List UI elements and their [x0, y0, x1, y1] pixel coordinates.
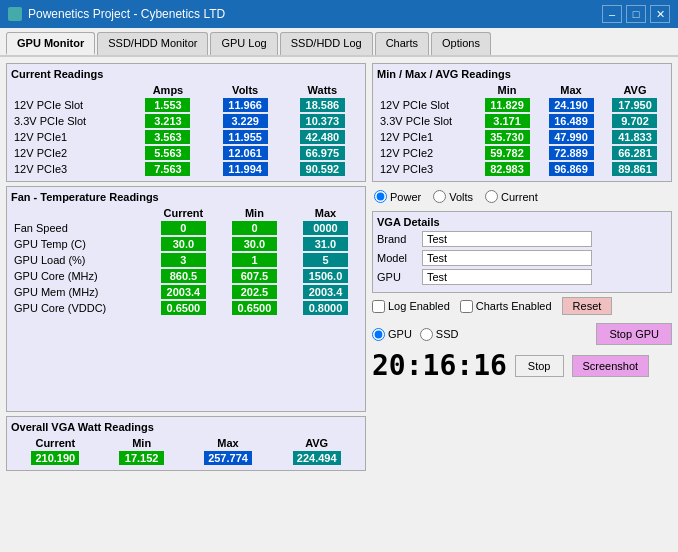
max-val: 16.489: [549, 114, 594, 128]
col-max: Max: [539, 83, 603, 97]
max-val: 1506.0: [303, 269, 348, 283]
overall-min: 17.152: [119, 451, 164, 465]
amps-val: 3.563: [145, 130, 190, 144]
tab-gpu-monitor[interactable]: GPU Monitor: [6, 32, 95, 55]
volts-val: 11.966: [223, 98, 268, 112]
row-label: 3.3V PCIe Slot: [377, 113, 475, 129]
amps-val: 5.563: [145, 146, 190, 160]
fan-temp-section: Fan - Temperature Readings Current Min M…: [6, 186, 366, 412]
overall-avg: 224.494: [293, 451, 341, 465]
tab-bar: GPU Monitor SSD/HDD Monitor GPU Log SSD/…: [0, 28, 678, 57]
vga-model-field: Model: [377, 250, 667, 266]
volts-val: 3.229: [223, 114, 268, 128]
min-val: 3.171: [485, 114, 530, 128]
close-button[interactable]: ✕: [650, 5, 670, 23]
log-enabled-check[interactable]: Log Enabled: [372, 300, 450, 313]
vga-details-section: VGA Details Brand Model GPU: [372, 211, 672, 293]
radio-ssd[interactable]: SSD: [420, 328, 459, 341]
brand-label: Brand: [377, 233, 422, 245]
radio-current[interactable]: Current: [485, 190, 538, 203]
max-val: 72.889: [549, 146, 594, 160]
minmax-readings-section: Min / Max / AVG Readings Min Max AVG 12V…: [372, 63, 672, 182]
gpu-label: GPU: [377, 271, 422, 283]
current-readings-section: Current Readings Amps Volts Watts 12V PC…: [6, 63, 366, 182]
min-val: 59.782: [485, 146, 530, 160]
row-label: GPU Core (VDDC): [11, 300, 148, 316]
table-row: 3.3V PCIe Slot 3.171 16.489 9.702: [377, 113, 667, 129]
table-row: 12V PCIe1 3.563 11.955 42.480: [11, 129, 361, 145]
tab-ssd-hdd-monitor[interactable]: SSD/HDD Monitor: [97, 32, 208, 55]
charts-enabled-check[interactable]: Charts Enabled: [460, 300, 552, 313]
screenshot-button[interactable]: Screenshot: [572, 355, 650, 377]
tab-gpu-log[interactable]: GPU Log: [210, 32, 277, 55]
table-row: 12V PCIe2 5.563 12.061 66.975: [11, 145, 361, 161]
tab-options[interactable]: Options: [431, 32, 491, 55]
model-input[interactable]: [422, 250, 592, 266]
maximize-button[interactable]: □: [626, 5, 646, 23]
radio-volts[interactable]: Volts: [433, 190, 473, 203]
stop-gpu-button[interactable]: Stop GPU: [596, 323, 672, 345]
row-label: 12V PCIe2: [377, 145, 475, 161]
current-val: 0.6500: [161, 301, 206, 315]
max-val: 96.869: [549, 162, 594, 176]
col-volts: Volts: [207, 83, 284, 97]
brand-input[interactable]: [422, 231, 592, 247]
col-amps: Amps: [129, 83, 206, 97]
current-val: 30.0: [161, 237, 206, 251]
table-row: 12V PCIe Slot 1.553 11.966 18.586: [11, 97, 361, 113]
watts-val: 42.480: [300, 130, 345, 144]
min-val: 30.0: [232, 237, 277, 251]
volts-val: 12.061: [223, 146, 268, 160]
row-label: 12V PCIe Slot: [377, 97, 475, 113]
max-val: 0.8000: [303, 301, 348, 315]
overall-title: Overall VGA Watt Readings: [11, 421, 361, 433]
volts-val: 11.994: [223, 162, 268, 176]
minimize-button[interactable]: –: [602, 5, 622, 23]
watts-val: 90.592: [300, 162, 345, 176]
radio-gpu[interactable]: GPU: [372, 328, 412, 341]
table-row: 12V PCIe3 82.983 96.869 89.861: [377, 161, 667, 177]
overall-current: 210.190: [31, 451, 79, 465]
gpu-ssd-radio-group: GPU SSD Stop GPU: [372, 323, 672, 345]
col-avg: AVG: [603, 83, 667, 97]
tab-ssd-hdd-log[interactable]: SSD/HDD Log: [280, 32, 373, 55]
radio-power[interactable]: Power: [374, 190, 421, 203]
watts-val: 66.975: [300, 146, 345, 160]
table-row: GPU Temp (C) 30.0 30.0 31.0: [11, 236, 361, 252]
min-val: 35.730: [485, 130, 530, 144]
charts-enabled-label: Charts Enabled: [476, 300, 552, 312]
col-min: Min: [219, 206, 290, 220]
gpu-input[interactable]: [422, 269, 592, 285]
stop-button[interactable]: Stop: [515, 355, 564, 377]
min-val: 607.5: [232, 269, 277, 283]
current-readings-title: Current Readings: [11, 68, 361, 80]
col-max: Max: [184, 436, 273, 450]
app-icon: [8, 7, 22, 21]
table-row: 12V PCIe Slot 11.829 24.190 17.950: [377, 97, 667, 113]
avg-val: 9.702: [612, 114, 657, 128]
table-row: 12V PCIe3 7.563 11.994 90.592: [11, 161, 361, 177]
current-val: 860.5: [161, 269, 206, 283]
min-val: 202.5: [232, 285, 277, 299]
minmax-title: Min / Max / AVG Readings: [377, 68, 667, 80]
row-label: GPU Mem (MHz): [11, 284, 148, 300]
current-val: 0: [161, 221, 206, 235]
table-row: 12V PCIe2 59.782 72.889 66.281: [377, 145, 667, 161]
title-bar: Powenetics Project - Cybenetics LTD – □ …: [0, 0, 678, 28]
min-val: 11.829: [485, 98, 530, 112]
amps-val: 1.553: [145, 98, 190, 112]
fan-temp-title: Fan - Temperature Readings: [11, 191, 361, 203]
max-val: 0000: [303, 221, 348, 235]
table-row: GPU Core (VDDC) 0.6500 0.6500 0.8000: [11, 300, 361, 316]
col-watts: Watts: [284, 83, 361, 97]
tab-charts[interactable]: Charts: [375, 32, 429, 55]
col-avg: AVG: [272, 436, 361, 450]
row-label: 12V PCIe1: [11, 129, 129, 145]
col-current: Current: [11, 436, 100, 450]
table-row: Fan Speed 0 0 0000: [11, 220, 361, 236]
log-enabled-label: Log Enabled: [388, 300, 450, 312]
table-row: GPU Load (%) 3 1 5: [11, 252, 361, 268]
reset-button[interactable]: Reset: [562, 297, 613, 315]
amps-val: 3.213: [145, 114, 190, 128]
fan-temp-table: Current Min Max Fan Speed 0 0 0000 GPU T…: [11, 206, 361, 316]
